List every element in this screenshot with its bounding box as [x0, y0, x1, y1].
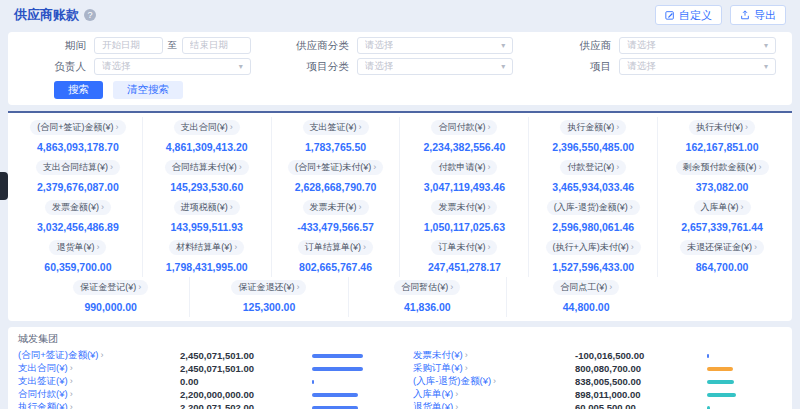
summary-metric-value[interactable]: 373,082.00: [658, 181, 786, 193]
summary-metric: 入库单(¥)›2,657,339,761.44: [658, 197, 786, 237]
summary-metric-value[interactable]: 44,800.00: [507, 301, 665, 313]
summary-metric-value[interactable]: 41,836.00: [349, 301, 506, 313]
summary-metric-value[interactable]: 4,861,309,413.20: [143, 141, 271, 153]
customize-button[interactable]: 自定义: [655, 5, 722, 25]
summary-metric-value[interactable]: 3,032,456,486.89: [14, 221, 142, 233]
group-metric-link[interactable]: 采购订单(¥)›: [413, 362, 575, 375]
owner-select[interactable]: 请选择 ▾: [94, 58, 251, 75]
summary-metric-value[interactable]: 990,000.00: [32, 301, 189, 313]
summary-metric-value[interactable]: 2,396,550,485.00: [529, 141, 657, 153]
chevron-right-icon: ›: [101, 350, 104, 360]
summary-metric-value[interactable]: 2,628,668,790.70: [272, 181, 400, 193]
summary-metric-link[interactable]: 未退还保证金(¥)›: [680, 240, 764, 255]
summary-metric-link[interactable]: 合同付款(¥)›: [431, 120, 497, 135]
supplier-select[interactable]: 请选择 ▾: [619, 37, 776, 54]
summary-metric-value[interactable]: -433,479,566.57: [272, 221, 400, 233]
summary-metric-link[interactable]: 订单结算单(¥)›: [298, 240, 373, 255]
summary-metric-link[interactable]: (合同+签证)未付(¥)›: [288, 160, 383, 175]
chevron-right-icon: ›: [630, 202, 633, 212]
group-metric-link[interactable]: (合同+签证)金额(¥)›: [18, 349, 180, 362]
group-metric-link[interactable]: 入库单(¥)›: [413, 388, 575, 401]
summary-metric-value[interactable]: 802,665,767.46: [272, 261, 400, 273]
sidebar-collapse-handle[interactable]: [0, 172, 8, 200]
chevron-right-icon: ›: [230, 202, 233, 212]
summary-metric-value[interactable]: 4,863,093,178.70: [14, 141, 142, 153]
summary-metric-value[interactable]: 1,798,431,995.00: [143, 261, 271, 273]
summary-metric-link[interactable]: 执行金额(¥)›: [560, 120, 626, 135]
chevron-right-icon: ›: [230, 122, 233, 132]
summary-metric-link[interactable]: 发票未付(¥)›: [431, 200, 497, 215]
group-metric-row: 合同付款(¥)›2,200,000,000.00: [18, 388, 387, 401]
start-date-input[interactable]: 开始日期: [94, 37, 163, 54]
summary-metric-link[interactable]: (执行+入库)未付(¥)›: [546, 240, 641, 255]
supplier-placeholder: 请选择: [627, 39, 656, 52]
summary-metric-link[interactable]: 合同暂估(¥)›: [394, 280, 460, 295]
supplier-category-select[interactable]: 请选择 ▾: [357, 37, 514, 54]
summary-metric-value[interactable]: 1,050,117,025.63: [400, 221, 528, 233]
page-title: 供应商账款: [14, 6, 79, 24]
chevron-right-icon: ›: [359, 122, 362, 132]
group-metric-value: 2,200,071,502.00: [180, 402, 312, 409]
group-metric-link[interactable]: (入库-退货)金额(¥)›: [413, 375, 575, 388]
group-metric-link[interactable]: 合同付款(¥)›: [18, 388, 180, 401]
summary-metric-link[interactable]: 保证金登记(¥)›: [73, 280, 148, 295]
summary-metric-link[interactable]: 发票金额(¥)›: [45, 200, 111, 215]
summary-metric-value[interactable]: 2,596,980,061.46: [529, 221, 657, 233]
export-button[interactable]: 导出: [730, 5, 786, 25]
summary-metric-value[interactable]: 2,379,676,087.00: [14, 181, 142, 193]
summary-metric-link[interactable]: 退货单(¥)›: [49, 240, 106, 255]
summary-metric: (入库-退货)金额(¥)›2,596,980,061.46: [529, 197, 658, 237]
summary-metric-link[interactable]: 支出合同(¥)›: [174, 120, 240, 135]
summary-metric-value[interactable]: 1,527,596,433.00: [529, 261, 657, 273]
summary-metric-link[interactable]: 付款申请(¥)›: [431, 160, 497, 175]
clear-search-button[interactable]: 清空搜索: [113, 81, 183, 99]
group-metric-link[interactable]: 支出合同(¥)›: [18, 362, 180, 375]
group-metric-link[interactable]: 支出签证(¥)›: [18, 375, 180, 388]
summary-metric-link[interactable]: 保证金退还(¥)›: [231, 280, 306, 295]
summary-metric-value[interactable]: 3,465,934,033.46: [529, 181, 657, 193]
summary-metric-value[interactable]: 162,167,851.00: [658, 141, 786, 153]
summary-metric-link[interactable]: 入库单(¥)›: [694, 200, 751, 215]
summary-metric-link[interactable]: (合同+签证)金额(¥)›: [30, 120, 125, 135]
group-metric-value: 838,005,500.00: [575, 376, 707, 387]
summary-metric-link[interactable]: 合同点工(¥)›: [553, 280, 619, 295]
summary-metric-link[interactable]: 进项税额(¥)›: [174, 200, 240, 215]
summary-metric-value[interactable]: 1,783,765.50: [272, 141, 400, 153]
summary-metric-value[interactable]: 145,293,530.60: [143, 181, 271, 193]
summary-metric-value[interactable]: 3,047,119,493.46: [400, 181, 528, 193]
summary-metric-link[interactable]: 支出合同结算(¥)›: [36, 160, 120, 175]
chevron-right-icon: ›: [487, 242, 490, 252]
group-metric-link[interactable]: 发票未付(¥)›: [413, 349, 575, 362]
summary-metric-value[interactable]: 60,359,700.00: [14, 261, 142, 273]
summary-metric-link[interactable]: 材料结算单(¥)›: [169, 240, 244, 255]
summary-metric-link[interactable]: 发票未开(¥)›: [303, 200, 369, 215]
summary-metric-link[interactable]: (入库-退货)金额(¥)›: [547, 200, 640, 215]
summary-metric: 发票未付(¥)›1,050,117,025.63: [400, 197, 529, 237]
summary-metric-link[interactable]: 剩余预付款金额(¥)›: [676, 160, 769, 175]
summary-metric-value[interactable]: 247,451,278.17: [400, 261, 528, 273]
chevron-right-icon: ›: [110, 162, 113, 172]
end-date-input[interactable]: 结束日期: [182, 37, 251, 54]
project-category-select[interactable]: 请选择 ▾: [357, 58, 514, 75]
project-select[interactable]: 请选择 ▾: [619, 58, 776, 75]
summary-metric-link[interactable]: 订单未付(¥)›: [431, 240, 497, 255]
summary-row: (合同+签证)金额(¥)›4,863,093,178.70支出合同(¥)›4,8…: [14, 117, 786, 157]
summary-metric-value[interactable]: 2,234,382,556.40: [400, 141, 528, 153]
summary-metric-value[interactable]: 143,959,511.93: [143, 221, 271, 233]
summary-metric-link[interactable]: 合同结算未付(¥)›: [165, 160, 249, 175]
customize-button-label: 自定义: [679, 8, 712, 23]
summary-metric-value[interactable]: 2,657,339,761.44: [658, 221, 786, 233]
summary-metric-value[interactable]: 125,300.00: [190, 301, 347, 313]
group-metric-link[interactable]: 执行金额(¥)›: [18, 401, 180, 409]
group-metric-value: 0.00: [180, 376, 312, 387]
summary-metric: 付款登记(¥)›3,465,934,033.46: [529, 157, 658, 197]
group-metric-row: 采购订单(¥)›800,080,700.00: [413, 362, 782, 375]
summary-metric-link[interactable]: 支出签证(¥)›: [303, 120, 369, 135]
summary-metric-link[interactable]: 执行未付(¥)›: [689, 120, 755, 135]
summary-metric: 剩余预付款金额(¥)›373,082.00: [658, 157, 786, 197]
group-metric-link[interactable]: 退货单(¥)›: [413, 401, 575, 409]
summary-metric-link[interactable]: 付款登记(¥)›: [560, 160, 626, 175]
search-button[interactable]: 搜索: [54, 81, 103, 99]
summary-metric-value[interactable]: 864,700.00: [658, 261, 786, 273]
help-icon[interactable]: ?: [84, 9, 96, 21]
